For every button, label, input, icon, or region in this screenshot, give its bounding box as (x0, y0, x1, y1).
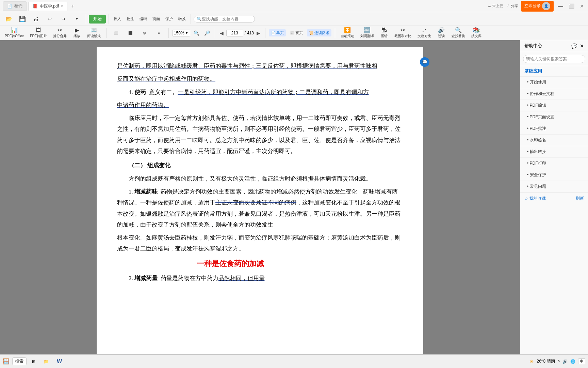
screenshot-compare-btn[interactable]: ✂ 截图和对比 (392, 27, 413, 40)
auto-scroll-btn[interactable]: ⏬ 自动滚动 (339, 27, 356, 40)
open-icon: 📂 (5, 16, 12, 22)
panel-search-input[interactable] (523, 55, 585, 63)
panel-item-faq[interactable]: 常见问题 (520, 181, 588, 193)
zoom-plus-btn[interactable]: 🔎 (203, 30, 211, 36)
open-btn[interactable]: 📂 (3, 15, 15, 23)
text-drug-amount: 品然相同，但用量 (218, 275, 265, 281)
maximize-btn[interactable]: ⬜ (567, 3, 576, 9)
page-total: 418 (247, 31, 254, 35)
panel-item-watermark[interactable]: 水印签名 (520, 135, 588, 146)
continuous-read-btn[interactable]: 📜 连续阅读 (307, 29, 331, 36)
pdf-to-office-btn[interactable]: 📊 PDF转Office (3, 27, 26, 40)
protect-menu[interactable]: 保护 (163, 16, 175, 22)
tab-close-btn[interactable]: × (61, 4, 63, 8)
zoom-box[interactable]: 150% ▼ (172, 30, 190, 36)
taskbar-word[interactable]: W (54, 357, 65, 366)
login-btn[interactable]: 立即登录 👤 (521, 1, 554, 12)
panel-item-pdf-annot[interactable]: PDF批注 (520, 123, 588, 135)
split-merge-btn[interactable]: ✂ 拆分合并 (51, 27, 69, 40)
pdf-tab-label: 中医学.pdf (40, 3, 59, 9)
view-icon2[interactable]: ⬛ (124, 30, 136, 36)
print-btn[interactable]: 🖨 (30, 15, 42, 23)
text-药量: 药量是药物在方中药力 (161, 275, 218, 281)
single-page-btn[interactable]: 📄 单页 (269, 29, 286, 36)
chat-icon[interactable]: 💬 (571, 43, 577, 49)
auto-scroll-icon: ⏬ (344, 28, 351, 33)
panel-search-box[interactable] (520, 52, 588, 66)
avatar: 👤 (542, 2, 550, 10)
find-replace-btn[interactable]: 🔍 查找替换 (450, 27, 467, 40)
panel-footer[interactable]: ☆ 我的收藏 刷新 (520, 193, 588, 204)
read-mode-btn[interactable]: 📖 阅读模式 (85, 27, 103, 40)
compress-label: 压缩 (381, 34, 388, 39)
network-icon[interactable]: 🌐 (570, 359, 575, 364)
text-调和: 中诸药作用的药物。 (117, 102, 169, 108)
keyword-使药: 使药 (134, 89, 146, 95)
title-bar-right: ☁ 未上云 ↗ 分享 立即登录 👤 — ⬜ ✕ (487, 1, 585, 12)
panel-item-pdf-edit[interactable]: PDF编辑 (520, 100, 588, 111)
sys-tray[interactable]: ^ (558, 359, 560, 364)
ime-icon[interactable]: 中 (578, 358, 585, 364)
read-aloud-btn[interactable]: 🔊 朗读 (435, 27, 447, 40)
edit-menu[interactable]: 编辑 (137, 16, 149, 22)
insert-menu[interactable]: 插入 (112, 16, 123, 22)
translate-btn[interactable]: 🔤 划词翻译 (358, 27, 376, 40)
panel-item-pdf-page[interactable]: PDF页面设置 (520, 111, 588, 123)
panel-item-print[interactable]: PDF打印 (520, 158, 588, 169)
panel-header: 帮助中心 💬 ✕ (520, 40, 588, 52)
more-btn[interactable]: ▼ (71, 16, 83, 22)
zoom-dropdown-icon[interactable]: ▼ (185, 31, 189, 35)
taskbar-manager[interactable]: ⊞ (29, 358, 38, 365)
search-box[interactable]: 🔍 (194, 16, 255, 22)
taskbar-file-explorer[interactable]: 📁 (41, 358, 51, 365)
taskbar: 🪟 搜索 ⊞ 📁 W ☀ 26°C 晴朗 ^ 🔊 🌐 中 (0, 354, 588, 368)
pdf-tab[interactable]: 📕 中医学.pdf × (28, 2, 67, 11)
panel-item-start[interactable]: 开始使用 (520, 77, 588, 88)
panel-item-export[interactable]: 输出转换 (520, 146, 588, 158)
next-page-btn[interactable]: ▶ (255, 30, 262, 36)
annotation-menu[interactable]: 批注 (125, 16, 136, 22)
close-panel-icon[interactable]: ✕ (580, 43, 584, 49)
page-navigation: ◀ / 418 ▶ (218, 30, 262, 36)
view-icon1[interactable]: ⬜ (110, 30, 122, 36)
save-btn[interactable]: 💾 (16, 15, 29, 23)
start-btn[interactable]: 🪟 (3, 358, 10, 365)
separator-6 (215, 28, 215, 38)
pdf-to-image-btn[interactable]: 🖼 PDF转图片 (28, 27, 49, 40)
taskbar-search-label[interactable]: 搜索 (12, 357, 27, 365)
compress-btn[interactable]: 🗜 压缩 (378, 27, 390, 40)
text-反佐: 反而又能在治疗中起相成作用的药物。 (117, 76, 215, 82)
taskbar-right: ☀ 26°C 晴朗 ^ 🔊 🌐 中 (529, 358, 585, 364)
view-icon3[interactable]: ◎ (138, 30, 151, 36)
share-btn[interactable]: ↗ 分享 (506, 3, 518, 9)
refresh-btn[interactable]: 刷新 (576, 196, 584, 201)
pdf-icon: 📕 (33, 4, 38, 9)
doc-compare-icon: ⇌ (422, 28, 426, 33)
no-cloud-icon: ☁ 未上云 (487, 3, 503, 9)
app-tab-wps[interactable]: 📄 稻壳 (3, 1, 27, 11)
zoom-minus-btn[interactable]: 🔍 (192, 30, 201, 36)
redo-btn[interactable]: ↪ (57, 16, 69, 22)
undo-btn[interactable]: ↩ (44, 16, 56, 22)
pdf-office-icon: 📊 (11, 28, 18, 33)
doc-compare-btn[interactable]: ⇌ 文档对比 (415, 27, 433, 40)
view-icon4[interactable]: ≡ (153, 30, 165, 36)
close-window-btn[interactable]: ✕ (578, 3, 585, 9)
annotation-bubble[interactable]: 💬 (420, 57, 429, 67)
page-menu[interactable]: 页面 (150, 16, 162, 22)
double-page-btn[interactable]: 📰 双页 (288, 29, 305, 36)
section-label: （二） 组成变化 (129, 162, 170, 169)
add-tab-btn[interactable]: + (69, 2, 77, 10)
convert-menu[interactable]: 转换 (176, 16, 188, 22)
minimize-btn[interactable]: — (556, 3, 565, 9)
search-input[interactable] (202, 17, 249, 21)
play-btn[interactable]: ▶ 播放 (71, 27, 83, 40)
library-btn[interactable]: 📚 搜文库 (469, 27, 484, 40)
prev-page-btn[interactable]: ◀ (218, 30, 225, 36)
volume-icon[interactable]: 🔊 (562, 359, 568, 364)
weather-icon: ☀ (529, 359, 534, 364)
panel-item-cloud[interactable]: 协作和云文档 (520, 88, 588, 100)
page-input[interactable] (226, 30, 243, 36)
panel-item-security[interactable]: 安全保护 (520, 169, 588, 181)
start-menu-btn[interactable]: 开始 (89, 15, 106, 24)
